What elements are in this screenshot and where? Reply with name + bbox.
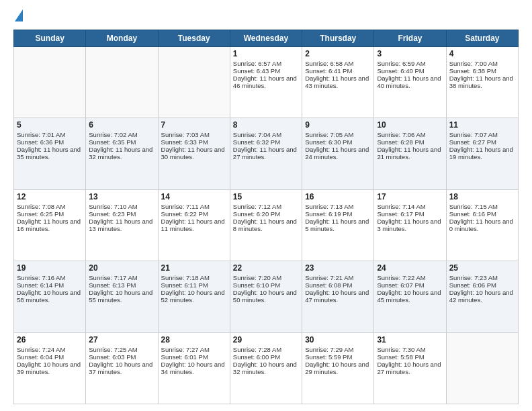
calendar-cell: 29Sunrise: 7:28 AMSunset: 6:00 PMDayligh… — [230, 332, 302, 404]
calendar-cell: 2Sunrise: 6:58 AMSunset: 6:41 PMDaylight… — [302, 47, 374, 118]
calendar-cell: 4Sunrise: 7:00 AMSunset: 6:38 PMDaylight… — [446, 47, 518, 118]
day-info: Sunrise: 7:12 AM — [233, 203, 299, 210]
calendar-cell: 8Sunrise: 7:04 AMSunset: 6:32 PMDaylight… — [230, 118, 302, 189]
day-info: Sunrise: 7:22 AM — [377, 274, 443, 281]
day-info: Daylight: 11 hours and 40 minutes. — [377, 75, 443, 89]
day-info: Sunset: 6:11 PM — [161, 281, 227, 289]
day-info: Sunset: 6:38 PM — [449, 67, 515, 75]
col-header-sunday: Sunday — [14, 30, 86, 47]
calendar-week-row: 26Sunrise: 7:24 AMSunset: 6:04 PMDayligh… — [14, 332, 519, 404]
calendar-cell: 11Sunrise: 7:07 AMSunset: 6:27 PMDayligh… — [446, 118, 518, 189]
calendar-cell: 27Sunrise: 7:25 AMSunset: 6:03 PMDayligh… — [86, 332, 158, 404]
calendar-cell: 18Sunrise: 7:15 AMSunset: 6:16 PMDayligh… — [446, 189, 518, 261]
day-number: 9 — [305, 120, 371, 130]
day-info: Sunset: 6:13 PM — [89, 281, 154, 289]
day-info: Daylight: 11 hours and 35 minutes. — [17, 146, 83, 161]
day-info: Sunset: 6:22 PM — [161, 210, 227, 218]
calendar-cell: 1Sunrise: 6:57 AMSunset: 6:43 PMDaylight… — [230, 47, 302, 118]
calendar-week-row: 1Sunrise: 6:57 AMSunset: 6:43 PMDaylight… — [14, 47, 519, 118]
day-info: Daylight: 11 hours and 43 minutes. — [305, 75, 371, 89]
day-info: Daylight: 10 hours and 37 minutes. — [89, 361, 154, 375]
day-number: 1 — [233, 49, 299, 58]
day-info: Sunrise: 7:02 AM — [89, 131, 154, 138]
day-info: Sunset: 6:07 PM — [377, 281, 443, 289]
col-header-wednesday: Wednesday — [230, 30, 302, 47]
calendar-table: SundayMondayTuesdayWednesdayThursdayFrid… — [13, 30, 519, 404]
day-info: Sunset: 6:25 PM — [17, 210, 83, 218]
day-info: Daylight: 10 hours and 58 minutes. — [17, 289, 83, 304]
day-number: 20 — [89, 263, 154, 273]
calendar-cell — [446, 332, 518, 404]
day-info: Sunrise: 7:03 AM — [161, 131, 227, 138]
day-info: Sunrise: 7:30 AM — [377, 346, 443, 353]
day-info: Daylight: 10 hours and 55 minutes. — [89, 289, 154, 304]
day-info: Daylight: 10 hours and 32 minutes. — [233, 361, 299, 375]
col-header-saturday: Saturday — [446, 30, 518, 47]
calendar-cell: 7Sunrise: 7:03 AMSunset: 6:33 PMDaylight… — [158, 118, 230, 189]
calendar-cell: 6Sunrise: 7:02 AMSunset: 6:35 PMDaylight… — [86, 118, 158, 189]
day-info: Sunset: 6:30 PM — [305, 138, 371, 146]
calendar-week-row: 12Sunrise: 7:08 AMSunset: 6:25 PMDayligh… — [14, 189, 519, 261]
calendar-cell: 26Sunrise: 7:24 AMSunset: 6:04 PMDayligh… — [14, 332, 86, 404]
col-header-tuesday: Tuesday — [158, 30, 230, 47]
day-info: Daylight: 10 hours and 27 minutes. — [377, 361, 443, 375]
day-info: Sunset: 6:03 PM — [89, 353, 154, 361]
day-info: Daylight: 11 hours and 19 minutes. — [449, 146, 515, 161]
day-number: 7 — [161, 120, 227, 130]
calendar-cell: 12Sunrise: 7:08 AMSunset: 6:25 PMDayligh… — [14, 189, 86, 261]
calendar-cell: 9Sunrise: 7:05 AMSunset: 6:30 PMDaylight… — [302, 118, 374, 189]
calendar-cell: 22Sunrise: 7:20 AMSunset: 6:10 PMDayligh… — [230, 261, 302, 332]
day-info: Daylight: 11 hours and 32 minutes. — [89, 146, 154, 161]
day-number: 19 — [17, 263, 83, 273]
day-info: Sunrise: 7:13 AM — [305, 203, 371, 210]
day-info: Sunset: 6:40 PM — [377, 67, 443, 75]
day-info: Sunset: 6:08 PM — [305, 281, 371, 289]
day-info: Sunset: 6:10 PM — [233, 281, 299, 289]
day-info: Sunset: 6:17 PM — [377, 210, 443, 218]
day-number: 5 — [17, 120, 83, 130]
day-number: 14 — [161, 192, 227, 201]
calendar-cell — [14, 47, 86, 118]
day-info: Sunrise: 7:07 AM — [449, 131, 515, 138]
day-number: 22 — [233, 263, 299, 273]
calendar-cell: 5Sunrise: 7:01 AMSunset: 6:36 PMDaylight… — [14, 118, 86, 189]
calendar-header-row: SundayMondayTuesdayWednesdayThursdayFrid… — [14, 30, 519, 47]
day-info: Sunrise: 6:58 AM — [305, 60, 371, 67]
day-number: 15 — [233, 192, 299, 201]
day-number: 6 — [89, 120, 154, 130]
day-info: Sunrise: 7:00 AM — [449, 60, 515, 67]
calendar-week-row: 5Sunrise: 7:01 AMSunset: 6:36 PMDaylight… — [14, 118, 519, 189]
day-info: Daylight: 11 hours and 3 minutes. — [377, 218, 443, 232]
calendar-cell: 10Sunrise: 7:06 AMSunset: 6:28 PMDayligh… — [374, 118, 446, 189]
day-number: 8 — [233, 120, 299, 130]
day-info: Daylight: 10 hours and 42 minutes. — [449, 289, 515, 304]
col-header-friday: Friday — [374, 30, 446, 47]
header — [13, 11, 519, 23]
day-info: Daylight: 10 hours and 29 minutes. — [305, 361, 371, 375]
day-info: Sunrise: 7:27 AM — [161, 346, 227, 353]
col-header-monday: Monday — [86, 30, 158, 47]
day-number: 23 — [305, 263, 371, 273]
day-number: 25 — [449, 263, 515, 273]
day-info: Sunrise: 7:18 AM — [161, 274, 227, 281]
day-info: Sunrise: 7:05 AM — [305, 131, 371, 138]
calendar-cell: 21Sunrise: 7:18 AMSunset: 6:11 PMDayligh… — [158, 261, 230, 332]
day-info: Sunrise: 7:23 AM — [449, 274, 515, 281]
day-info: Sunrise: 7:17 AM — [89, 274, 154, 281]
day-number: 2 — [305, 49, 371, 58]
calendar-cell: 28Sunrise: 7:27 AMSunset: 6:01 PMDayligh… — [158, 332, 230, 404]
day-info: Sunset: 6:27 PM — [449, 138, 515, 146]
day-info: Daylight: 10 hours and 34 minutes. — [161, 361, 227, 375]
calendar-cell: 25Sunrise: 7:23 AMSunset: 6:06 PMDayligh… — [446, 261, 518, 332]
calendar-cell — [158, 47, 230, 118]
day-number: 13 — [89, 192, 154, 201]
day-info: Daylight: 11 hours and 21 minutes. — [377, 146, 443, 161]
calendar-cell — [86, 47, 158, 118]
day-number: 3 — [377, 49, 443, 58]
day-info: Daylight: 10 hours and 50 minutes. — [233, 289, 299, 304]
day-info: Daylight: 10 hours and 47 minutes. — [305, 289, 371, 304]
day-number: 26 — [17, 335, 83, 345]
day-info: Sunset: 6:23 PM — [89, 210, 154, 218]
day-info: Sunset: 6:00 PM — [233, 353, 299, 361]
day-info: Sunset: 6:43 PM — [233, 67, 299, 75]
